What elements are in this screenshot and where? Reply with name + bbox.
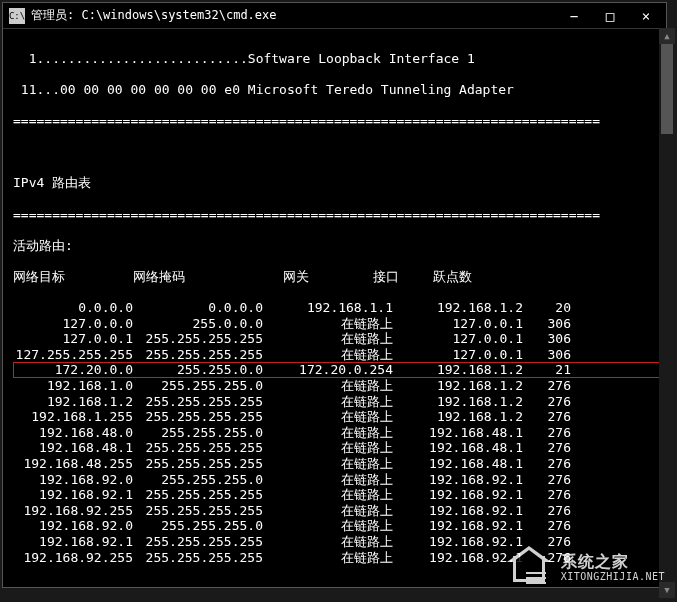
route-interface: 192.168.92.1 xyxy=(393,518,523,534)
route-row: 192.168.48.0255.255.255.0在链路上192.168.48.… xyxy=(13,425,664,441)
route-dest: 0.0.0.0 xyxy=(13,300,133,316)
route-metric: 276 xyxy=(523,503,571,519)
route-metric: 306 xyxy=(523,347,571,363)
route-row: 192.168.48.255255.255.255.255在链路上192.168… xyxy=(13,456,664,472)
app-icon: C:\ xyxy=(9,8,25,24)
column-headers: 网络目标网络掩码网关接口跃点数 xyxy=(13,269,664,285)
route-interface: 192.168.92.1 xyxy=(393,487,523,503)
route-interface: 127.0.0.1 xyxy=(393,316,523,332)
route-dest: 192.168.92.255 xyxy=(13,550,133,566)
route-row: 127.0.0.1255.255.255.255在链路上127.0.0.1306 xyxy=(13,331,664,347)
route-row: 192.168.92.255255.255.255.255在链路上192.168… xyxy=(13,503,664,519)
route-row: 192.168.1.0255.255.255.0在链路上192.168.1.22… xyxy=(13,378,664,394)
route-metric: 20 xyxy=(523,300,571,316)
active-routes-label: 活动路由: xyxy=(13,238,664,254)
routes-table: 0.0.0.00.0.0.0192.168.1.1192.168.1.22012… xyxy=(13,300,664,565)
route-interface: 127.0.0.1 xyxy=(393,347,523,363)
route-metric: 276 xyxy=(523,550,571,566)
route-dest: 127.0.0.0 xyxy=(13,316,133,332)
route-row: 192.168.1.2255.255.255.255在链路上192.168.1.… xyxy=(13,394,664,410)
route-interface: 192.168.92.1 xyxy=(393,534,523,550)
route-dest: 127.0.0.1 xyxy=(13,331,133,347)
route-dest: 192.168.92.1 xyxy=(13,487,133,503)
route-gateway: 在链路上 xyxy=(263,518,393,534)
route-gateway: 在链路上 xyxy=(263,487,393,503)
route-mask: 255.255.255.0 xyxy=(133,518,263,534)
route-gateway: 在链路上 xyxy=(263,425,393,441)
route-mask: 255.255.255.255 xyxy=(133,503,263,519)
route-mask: 255.255.255.0 xyxy=(133,425,263,441)
route-metric: 276 xyxy=(523,425,571,441)
route-dest: 192.168.48.1 xyxy=(13,440,133,456)
route-metric: 306 xyxy=(523,316,571,332)
route-row: 192.168.92.255255.255.255.255在链路上192.168… xyxy=(13,550,664,566)
route-mask: 255.255.255.255 xyxy=(133,456,263,472)
route-dest: 192.168.92.1 xyxy=(13,534,133,550)
route-interface: 192.168.48.1 xyxy=(393,456,523,472)
route-metric: 276 xyxy=(523,472,571,488)
route-dest: 192.168.1.2 xyxy=(13,394,133,410)
window-title: 管理员: C:\windows\system32\cmd.exe xyxy=(31,7,564,24)
route-mask: 255.255.255.0 xyxy=(133,378,263,394)
route-gateway: 在链路上 xyxy=(263,550,393,566)
route-dest: 192.168.1.0 xyxy=(13,378,133,394)
route-gateway: 在链路上 xyxy=(263,456,393,472)
maximize-button[interactable]: □ xyxy=(600,8,620,24)
route-mask: 255.255.255.255 xyxy=(133,440,263,456)
route-metric: 276 xyxy=(523,534,571,550)
route-mask: 255.255.255.0 xyxy=(133,472,263,488)
scroll-down-arrow-icon[interactable]: ▼ xyxy=(659,582,675,598)
section-header: IPv4 路由表 xyxy=(13,175,664,191)
route-dest: 172.20.0.0 xyxy=(13,362,133,378)
minimize-button[interactable]: − xyxy=(564,8,584,24)
route-interface: 127.0.0.1 xyxy=(393,331,523,347)
route-gateway: 在链路上 xyxy=(263,409,393,425)
header-interface: 接口 xyxy=(373,269,413,285)
route-row-highlighted: 172.20.0.0255.255.0.0172.20.0.254192.168… xyxy=(13,362,664,378)
route-metric: 306 xyxy=(523,331,571,347)
scrollbar-track[interactable] xyxy=(659,44,675,582)
route-metric: 276 xyxy=(523,394,571,410)
close-button[interactable]: × xyxy=(636,8,656,24)
route-interface: 192.168.92.1 xyxy=(393,472,523,488)
route-interface: 192.168.1.2 xyxy=(393,362,523,378)
separator-line: ========================================… xyxy=(13,113,664,129)
route-gateway: 在链路上 xyxy=(263,503,393,519)
route-row: 127.0.0.0255.0.0.0在链路上127.0.0.1306 xyxy=(13,316,664,332)
route-row: 192.168.92.0255.255.255.0在链路上192.168.92.… xyxy=(13,472,664,488)
route-metric: 276 xyxy=(523,487,571,503)
route-mask: 255.255.255.255 xyxy=(133,534,263,550)
route-gateway: 在链路上 xyxy=(263,472,393,488)
route-gateway: 在链路上 xyxy=(263,331,393,347)
window-buttons: − □ × xyxy=(564,8,656,24)
route-row: 192.168.92.1255.255.255.255在链路上192.168.9… xyxy=(13,487,664,503)
route-row: 0.0.0.00.0.0.0192.168.1.1192.168.1.220 xyxy=(13,300,664,316)
route-row: 192.168.92.1255.255.255.255在链路上192.168.9… xyxy=(13,534,664,550)
cmd-window: C:\ 管理员: C:\windows\system32\cmd.exe − □… xyxy=(2,2,667,588)
route-gateway: 在链路上 xyxy=(263,534,393,550)
route-mask: 255.255.255.255 xyxy=(133,550,263,566)
console-output[interactable]: 1...........................Software Loo… xyxy=(3,29,666,587)
route-gateway: 192.168.1.1 xyxy=(263,300,393,316)
route-mask: 255.255.255.255 xyxy=(133,409,263,425)
separator-line: ========================================… xyxy=(13,207,664,223)
route-interface: 192.168.1.2 xyxy=(393,409,523,425)
route-gateway: 在链路上 xyxy=(263,378,393,394)
route-mask: 0.0.0.0 xyxy=(133,300,263,316)
route-row: 192.168.1.255255.255.255.255在链路上192.168.… xyxy=(13,409,664,425)
route-mask: 255.255.255.255 xyxy=(133,347,263,363)
route-dest: 192.168.92.0 xyxy=(13,518,133,534)
route-row: 192.168.92.0255.255.255.0在链路上192.168.92.… xyxy=(13,518,664,534)
vertical-scrollbar[interactable]: ▲ ▼ xyxy=(659,28,675,598)
route-gateway: 在链路上 xyxy=(263,440,393,456)
route-interface: 192.168.92.1 xyxy=(393,550,523,566)
route-metric: 276 xyxy=(523,409,571,425)
header-gateway: 网关 xyxy=(283,269,323,285)
route-row: 192.168.48.1255.255.255.255在链路上192.168.4… xyxy=(13,440,664,456)
titlebar[interactable]: C:\ 管理员: C:\windows\system32\cmd.exe − □… xyxy=(3,3,666,29)
scroll-up-arrow-icon[interactable]: ▲ xyxy=(659,28,675,44)
scrollbar-thumb[interactable] xyxy=(661,44,673,134)
route-interface: 192.168.1.2 xyxy=(393,378,523,394)
route-mask: 255.255.0.0 xyxy=(133,362,263,378)
route-dest: 192.168.1.255 xyxy=(13,409,133,425)
